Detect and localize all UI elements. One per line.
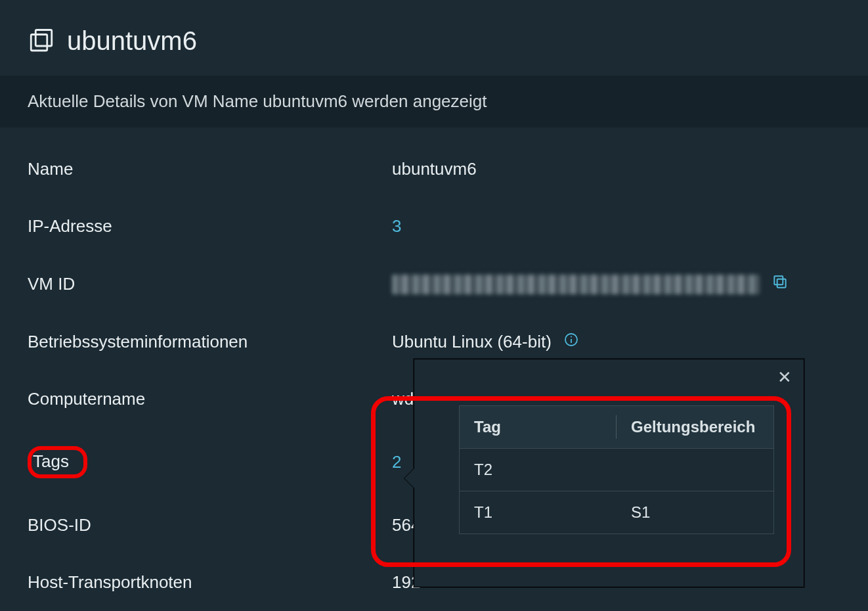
close-icon[interactable]: ✕ xyxy=(777,367,792,388)
popover-arrow xyxy=(404,468,414,488)
info-banner: Aktuelle Details von VM Name ubuntuvm6 w… xyxy=(0,76,868,127)
tags-table: Tag Geltungsbereich T2 T1 S1 xyxy=(459,405,774,534)
copy-icon[interactable] xyxy=(771,273,789,295)
table-row: T1 S1 xyxy=(460,491,773,533)
tags-col-scope: Geltungsbereich xyxy=(617,406,773,448)
svg-rect-3 xyxy=(774,276,783,284)
row-vmid: VM ID xyxy=(28,255,840,313)
value-os: Ubuntu Linux (64-bit) xyxy=(392,332,552,352)
label-vmid: VM ID xyxy=(28,274,392,294)
label-name: Name xyxy=(28,159,392,179)
cell-scope xyxy=(617,449,773,491)
label-host: Host-Transportknoten xyxy=(28,572,392,593)
svg-rect-2 xyxy=(777,279,786,288)
row-name: Name ubuntuvm6 xyxy=(28,141,840,198)
table-row: T2 xyxy=(460,448,773,491)
label-os: Betriebssysteminformationen xyxy=(28,332,392,352)
cell-tag: T1 xyxy=(460,491,617,533)
label-bios: BIOS-ID xyxy=(28,515,392,535)
page-title-row: ubuntuvm6 xyxy=(0,26,868,76)
svg-point-6 xyxy=(571,336,572,338)
tags-popover: ✕ Tag Geltungsbereich T2 T1 S1 xyxy=(414,359,804,587)
cell-scope: S1 xyxy=(617,491,773,533)
label-tags: Tags xyxy=(28,446,87,478)
svg-rect-0 xyxy=(31,34,47,51)
tags-table-header: Tag Geltungsbereich xyxy=(460,406,773,448)
svg-rect-1 xyxy=(35,30,52,46)
page-title: ubuntuvm6 xyxy=(67,26,197,56)
value-name: ubuntuvm6 xyxy=(392,159,840,179)
info-icon[interactable] xyxy=(563,332,579,352)
cell-tag: T2 xyxy=(460,449,617,491)
value-vmid-redacted xyxy=(392,275,760,294)
value-tags[interactable]: 2 xyxy=(392,452,401,472)
tags-col-tag: Tag xyxy=(460,406,617,448)
row-ip: IP-Adresse 3 xyxy=(28,198,840,255)
value-ip[interactable]: 3 xyxy=(392,216,401,237)
vm-icon xyxy=(28,28,55,55)
label-ip: IP-Adresse xyxy=(28,216,392,237)
label-computer: Computername xyxy=(28,389,392,409)
